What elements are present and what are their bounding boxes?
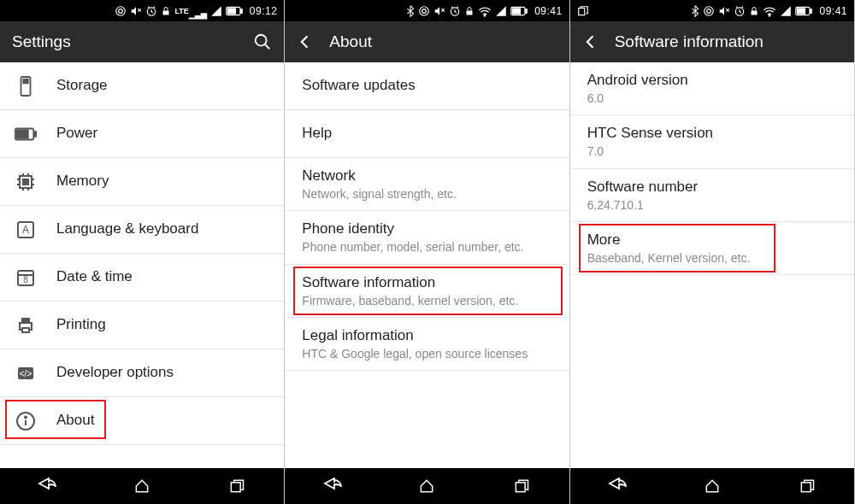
row-more[interactable]: More Baseband, Kernel version, etc. (570, 222, 854, 275)
bluetooth-icon (691, 5, 699, 17)
nav-bar (285, 468, 569, 504)
row-sublabel: Phone number, model, serial number, etc. (302, 239, 555, 255)
row-label: Printing (56, 315, 270, 334)
svg-rect-57 (811, 9, 812, 13)
row-software-number[interactable]: Software number 6.24.710.1 (570, 169, 854, 222)
memory-icon (14, 172, 38, 192)
svg-point-55 (770, 15, 770, 15)
row-phone-identity[interactable]: Phone identity Phone number, model, seri… (285, 211, 569, 264)
row-power[interactable]: Power (0, 110, 284, 158)
svg-rect-7 (227, 8, 235, 13)
svg-point-8 (256, 35, 267, 46)
wifi-icon (763, 5, 776, 17)
svg-rect-38 (231, 483, 240, 492)
row-software-info[interactable]: Software information Firmware, baseband,… (285, 265, 569, 318)
language-icon: A (14, 220, 38, 240)
recent-nav-icon[interactable] (215, 478, 258, 495)
row-datetime[interactable]: 8 Date & time (0, 254, 284, 302)
home-nav-icon[interactable] (691, 478, 734, 495)
row-label: Android version (587, 71, 840, 90)
svg-rect-32 (22, 328, 29, 332)
row-sense-version[interactable]: HTC Sense version 7.0 (570, 115, 854, 168)
row-label: Language & keyboard (56, 220, 270, 238)
svg-point-37 (25, 416, 27, 418)
row-label: Software information (302, 273, 555, 292)
signal-icon (210, 5, 222, 17)
home-nav-icon[interactable] (121, 478, 163, 495)
svg-point-44 (484, 15, 485, 15)
header-title: Software information (615, 32, 842, 51)
bluetooth-icon (406, 5, 415, 17)
row-label: Developer options (56, 363, 270, 382)
row-sublabel: 6.0 (587, 91, 840, 106)
status-clock: 09:12 (250, 5, 278, 17)
row-software-updates[interactable]: Software updates (285, 62, 569, 110)
svg-rect-47 (512, 8, 520, 13)
row-label: More (587, 231, 840, 249)
row-about[interactable]: About (0, 397, 284, 445)
status-bar: 09:41 (285, 0, 569, 21)
about-icon (14, 411, 38, 431)
signal-icon (780, 5, 792, 17)
network-lte-icon: LTE▁▃▅ (174, 4, 206, 18)
lock-icon (161, 5, 171, 17)
svg-text:8: 8 (23, 275, 28, 284)
row-language[interactable]: A Language & keyboard (0, 206, 284, 254)
row-android-version[interactable]: Android version 6.0 (570, 62, 854, 115)
svg-rect-49 (578, 8, 584, 15)
row-sublabel: HTC & Google legal, open source licenses (302, 346, 555, 361)
svg-rect-13 (34, 132, 36, 137)
svg-rect-59 (801, 483, 811, 492)
row-storage[interactable]: Storage (0, 62, 284, 110)
screen-software-info: 09:41 Software information Android versi… (570, 0, 855, 504)
back-icon[interactable] (582, 33, 599, 50)
svg-text:A: A (22, 224, 29, 236)
softinfo-header: Software information (570, 21, 854, 62)
lte-label: LTE (174, 8, 188, 15)
row-sublabel: Firmware, baseband, kernel version, etc. (302, 293, 555, 308)
home-nav-icon[interactable] (405, 478, 448, 495)
row-printing[interactable]: Printing (0, 302, 284, 349)
row-label: HTC Sense version (587, 124, 840, 143)
mute-icon (433, 5, 445, 17)
row-memory[interactable]: Memory (0, 158, 284, 206)
svg-point-0 (116, 6, 126, 15)
status-clock: 09:41 (819, 5, 847, 17)
back-nav-icon[interactable] (596, 478, 639, 495)
row-label: Date & time (56, 267, 270, 286)
search-icon[interactable] (253, 32, 272, 51)
sync-icon (115, 5, 127, 17)
battery-icon (226, 6, 243, 16)
nav-bar (570, 468, 854, 504)
mute-icon (718, 5, 730, 17)
svg-rect-6 (240, 9, 242, 13)
header-title: About (329, 32, 557, 51)
svg-rect-14 (17, 130, 28, 138)
back-nav-icon[interactable] (26, 478, 68, 495)
header-title: Settings (12, 32, 238, 51)
row-label: Legal information (302, 326, 555, 345)
svg-rect-58 (798, 8, 805, 13)
row-help[interactable]: Help (285, 110, 569, 158)
row-sublabel: Baseband, Kernel version, etc. (587, 250, 840, 266)
svg-rect-11 (23, 79, 28, 83)
row-developer[interactable]: </> Developer options (0, 349, 284, 397)
mute-icon (130, 5, 142, 17)
svg-point-50 (705, 6, 714, 15)
printer-icon (14, 315, 38, 336)
recent-nav-icon[interactable] (786, 478, 828, 495)
svg-rect-4 (163, 10, 169, 15)
back-icon[interactable] (297, 33, 314, 50)
recent-nav-icon[interactable] (500, 478, 543, 495)
alarm-icon (734, 5, 746, 17)
row-legal[interactable]: Legal information HTC & Google legal, op… (285, 318, 569, 371)
svg-line-9 (265, 44, 270, 50)
svg-point-39 (420, 6, 429, 15)
row-sublabel: 7.0 (587, 144, 840, 159)
back-nav-icon[interactable] (311, 478, 354, 495)
settings-header: Settings (0, 21, 284, 62)
svg-rect-31 (22, 319, 29, 323)
about-list: Software updates Help Network Network, s… (285, 62, 569, 468)
row-sublabel: Network, signal strength, etc. (302, 186, 555, 202)
row-network[interactable]: Network Network, signal strength, etc. (285, 158, 569, 211)
